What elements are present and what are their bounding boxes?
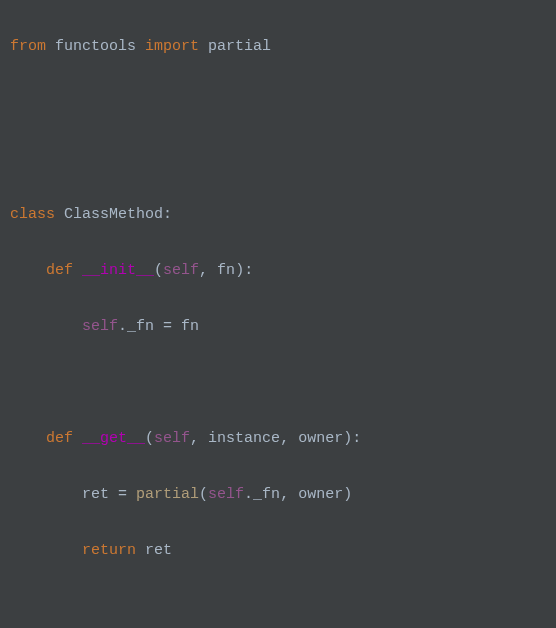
argument: owner	[298, 486, 343, 503]
variable: fn	[181, 318, 199, 335]
method-name: __init__	[82, 262, 154, 279]
code-line: class ClassMethod:	[10, 201, 556, 229]
code-line: def __get__(self, instance, owner):	[10, 425, 556, 453]
code-line	[10, 89, 556, 117]
code-line: self._fn = fn	[10, 313, 556, 341]
code-line: ret = partial(self._fn, owner)	[10, 481, 556, 509]
keyword-from: from	[10, 38, 46, 55]
keyword-class: class	[10, 206, 55, 223]
code-editor[interactable]: from functools import partial class Clas…	[0, 0, 556, 628]
module-name: functools	[55, 38, 136, 55]
param: instance	[208, 430, 280, 447]
attribute: _fn	[253, 486, 280, 503]
import-name: partial	[208, 38, 271, 55]
class-name: ClassMethod	[64, 206, 163, 223]
code-line	[10, 594, 556, 622]
self-ref: self	[208, 486, 244, 503]
param: owner	[298, 430, 343, 447]
param: fn	[217, 262, 235, 279]
keyword-def: def	[46, 430, 73, 447]
keyword-def: def	[46, 262, 73, 279]
code-line	[10, 145, 556, 173]
code-line: def __init__(self, fn):	[10, 257, 556, 285]
code-line: return ret	[10, 537, 556, 565]
function-call: partial	[136, 486, 199, 503]
attribute: _fn	[127, 318, 154, 335]
variable: ret	[82, 486, 109, 503]
keyword-return: return	[82, 542, 136, 559]
param-self: self	[163, 262, 199, 279]
self-ref: self	[82, 318, 118, 335]
code-line	[10, 369, 556, 397]
keyword-import: import	[145, 38, 199, 55]
method-name: __get__	[82, 430, 145, 447]
param-self: self	[154, 430, 190, 447]
variable: ret	[145, 542, 172, 559]
code-line: from functools import partial	[10, 33, 556, 61]
